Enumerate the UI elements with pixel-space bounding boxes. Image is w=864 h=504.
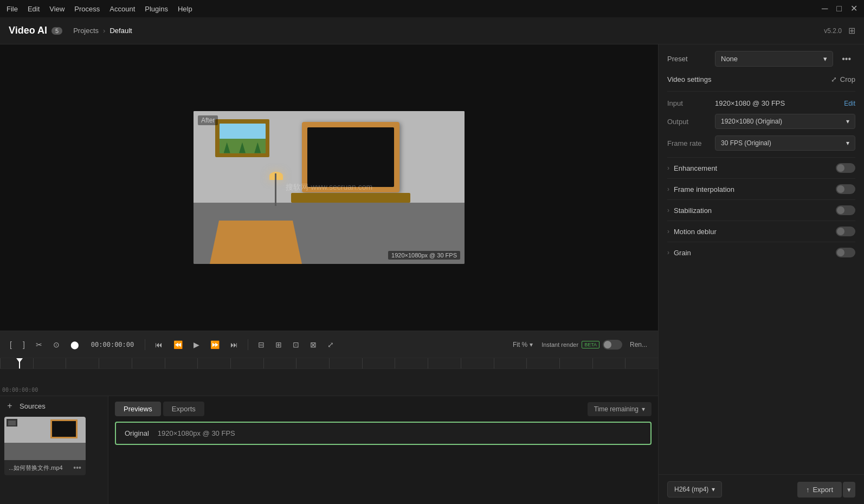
- timeline-playhead[interactable]: [19, 358, 20, 369]
- add-source-button[interactable]: +: [4, 400, 15, 411]
- minimize-button[interactable]: ─: [822, 4, 828, 13]
- render-button[interactable]: Ren...: [626, 339, 652, 351]
- frame-interpolation-section[interactable]: › Frame interpolation: [667, 178, 855, 199]
- instant-render-toggle[interactable]: [603, 340, 622, 350]
- export-label: Export: [813, 486, 833, 494]
- crop-icon: ⤢: [831, 75, 837, 83]
- view-mode-3[interactable]: ⊡: [289, 338, 302, 351]
- breadcrumb-current: Default: [109, 27, 132, 35]
- preset-dropdown[interactable]: None ▾: [715, 51, 833, 67]
- enhancement-title: Enhancement: [674, 164, 717, 172]
- motion-deblur-chevron-icon: ›: [667, 228, 669, 235]
- skip-start-button[interactable]: ⏮: [152, 338, 166, 351]
- view-mode-1[interactable]: ⊟: [255, 338, 268, 351]
- main-content: After 1920×1080px @ 30 FPS 搜软网-www.secru…: [0, 44, 864, 504]
- grain-toggle[interactable]: [836, 248, 855, 257]
- view-mode-4[interactable]: ⊠: [307, 338, 320, 351]
- enhancement-section[interactable]: › Enhancement: [667, 157, 855, 178]
- tree-2: [239, 143, 246, 153]
- format-chevron-icon: ▾: [712, 486, 715, 493]
- format-label: H264 (mp4): [674, 486, 708, 493]
- tab-exports[interactable]: Exports: [163, 402, 204, 416]
- motion-deblur-title: Motion deblur: [674, 228, 717, 236]
- preset-more-button[interactable]: •••: [837, 52, 855, 66]
- fullscreen-button[interactable]: ⤢: [324, 338, 337, 351]
- resolution-label: 1920×1080px @ 30 FPS: [388, 251, 460, 260]
- ruler-mark: [494, 358, 527, 369]
- menu-bar: File Edit View Process Account Plugins H…: [7, 5, 192, 13]
- stabilization-section-left: › Stabilization: [667, 206, 712, 215]
- mark-in-button[interactable]: [: [7, 338, 15, 351]
- menu-file[interactable]: File: [7, 5, 18, 13]
- breadcrumb-parent[interactable]: Projects: [73, 27, 99, 35]
- separator-2: [248, 339, 248, 350]
- crop-label: Crop: [840, 75, 855, 83]
- output-dropdown[interactable]: 1920×1080 (Original) ▾: [715, 114, 855, 129]
- tab-previews[interactable]: Previews: [115, 402, 161, 416]
- timeline-area[interactable]: 00:00:00:00: [0, 358, 658, 396]
- menu-plugins[interactable]: Plugins: [145, 5, 168, 13]
- stabilization-section[interactable]: › Stabilization: [667, 199, 855, 221]
- tv-frame: [302, 122, 399, 192]
- menu-account[interactable]: Account: [109, 5, 135, 13]
- menu-help[interactable]: Help: [178, 5, 192, 13]
- time-remaining-label: Time remaining: [594, 405, 639, 413]
- enhancement-section-left: › Enhancement: [667, 164, 717, 172]
- ruler-mark: [66, 358, 99, 369]
- preview-item[interactable]: Original 1920×1080px @ 30 FPS: [115, 422, 652, 445]
- app-bar-right: v5.2.0 ⊞: [824, 25, 855, 36]
- grain-chevron-icon: ›: [667, 249, 669, 256]
- stabilization-title: Stabilization: [674, 206, 712, 215]
- crop-button[interactable]: ⤢ Crop: [831, 75, 855, 83]
- preview-original-badge: Original: [125, 429, 149, 437]
- time-remaining-dropdown[interactable]: Time remaining ▾: [588, 402, 652, 416]
- motion-deblur-toggle[interactable]: [836, 227, 855, 236]
- controls-bar: [ ] ✂ ⊙ ⬤ 00:00:00:00 ⏮ ⏪ ▶ ⏩ ⏭ ⊟ ⊞ ⊡ ⊠ …: [0, 331, 658, 358]
- menu-edit[interactable]: Edit: [28, 5, 40, 13]
- frame-interpolation-title: Frame interpolation: [674, 185, 734, 193]
- after-label: After: [198, 115, 218, 125]
- timeline-time: 00:00:00:00: [2, 387, 38, 393]
- maximize-button[interactable]: □: [836, 4, 842, 13]
- grain-section[interactable]: › Grain: [667, 242, 855, 263]
- motion-deblur-section[interactable]: › Motion deblur: [667, 221, 855, 242]
- fit-dropdown[interactable]: Fit % ▾: [513, 341, 533, 348]
- file-thumbnail[interactable]: ...如何替换文件.mp4 •••: [4, 417, 86, 475]
- skip-end-button[interactable]: ⏭: [227, 338, 241, 351]
- frame-interpolation-toggle[interactable]: [836, 184, 855, 194]
- menu-process[interactable]: Process: [74, 5, 100, 13]
- enhancement-toggle[interactable]: [836, 163, 855, 173]
- fast-forward-button[interactable]: ⏩: [207, 338, 223, 351]
- picture-frame: [215, 119, 269, 157]
- file-more-button[interactable]: •••: [73, 463, 81, 472]
- input-edit-button[interactable]: Edit: [844, 100, 855, 107]
- snapshot-button[interactable]: ⊙: [50, 338, 63, 351]
- app-title: Video AI: [9, 25, 47, 36]
- menu-view[interactable]: View: [49, 5, 65, 13]
- close-button[interactable]: ✕: [850, 4, 857, 13]
- export-bar: H264 (mp4) ▾ ↑ Export ▾: [659, 474, 864, 504]
- record-button[interactable]: ⬤: [67, 338, 82, 351]
- beta-badge: BETA: [582, 341, 599, 348]
- export-caret-button[interactable]: ▾: [843, 482, 855, 497]
- format-dropdown[interactable]: H264 (mp4) ▾: [667, 481, 722, 497]
- ruler-mark: [263, 358, 296, 369]
- cut-button[interactable]: ✂: [33, 338, 46, 351]
- rewind-button[interactable]: ⏪: [170, 338, 186, 351]
- mark-out-button[interactable]: ]: [20, 338, 28, 351]
- ruler-mark: [296, 358, 329, 369]
- frame-rate-dropdown[interactable]: 30 FPS (Original) ▾: [715, 135, 855, 151]
- bottom-area: + Sources ...如何替换文件.mp4 •••: [0, 396, 658, 504]
- stabilization-toggle[interactable]: [836, 205, 855, 215]
- frame-interpolation-section-left: › Frame interpolation: [667, 185, 734, 193]
- breadcrumb-separator: ›: [103, 27, 105, 35]
- view-mode-2[interactable]: ⊞: [272, 338, 285, 351]
- breadcrumb: Projects › Default: [73, 27, 132, 35]
- play-button[interactable]: ▶: [190, 338, 203, 351]
- settings-icon[interactable]: ⊞: [848, 25, 855, 36]
- video-container[interactable]: After 1920×1080px @ 30 FPS 搜软网-www.secru…: [194, 111, 465, 264]
- export-button[interactable]: ↑ Export: [797, 482, 842, 497]
- thumb-label: [7, 419, 17, 427]
- output-label: Output: [667, 118, 711, 126]
- preset-chevron-icon: ▾: [823, 55, 827, 63]
